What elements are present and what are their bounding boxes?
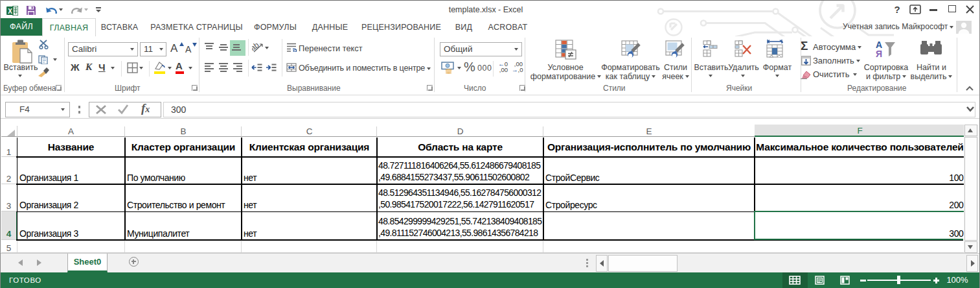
svg-text:X: X <box>8 8 12 15</box>
